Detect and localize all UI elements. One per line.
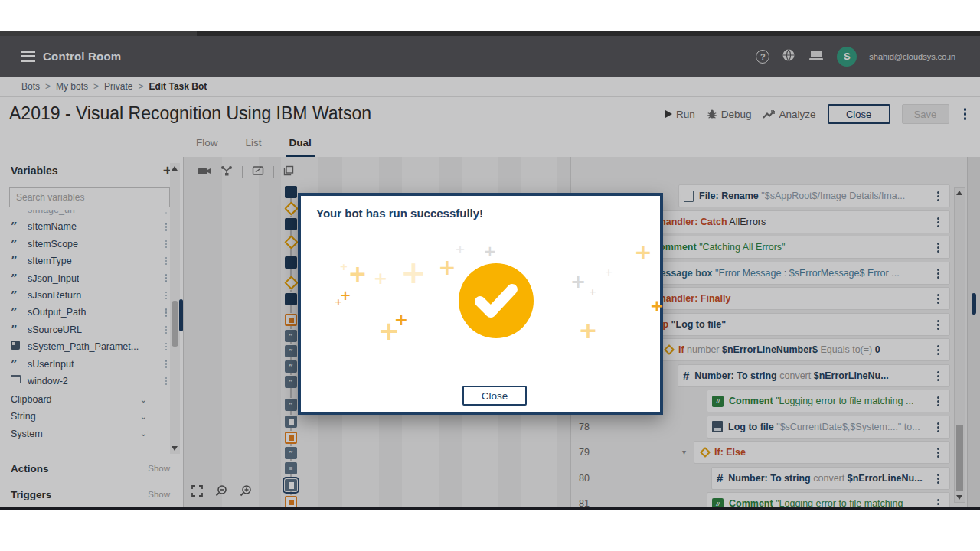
sparkle-plus-icon: + [394, 311, 408, 328]
sparkle-plus-icon: + [400, 257, 426, 288]
sparkle-plus-icon: + [484, 243, 497, 259]
app-window: Control Room ? S shahid@cloudsys.co.in B… [0, 31, 980, 510]
sparkle-plus-icon: + [335, 297, 343, 307]
sparkle-plus-icon: + [570, 272, 586, 291]
sparkle-plus-icon: + [438, 257, 456, 279]
sparkle-plus-icon: + [634, 242, 652, 263]
sparkle-plus-icon: + [605, 268, 612, 277]
sparkle-plus-icon: + [374, 270, 387, 287]
sparkle-plus-icon: + [578, 319, 597, 342]
sparkle-plus-icon: + [348, 262, 367, 285]
sparkle-plus-icon: + [650, 298, 664, 315]
sparkle-plus-icon: + [589, 288, 596, 297]
success-dialog: Your bot has run successfully! +++++++++… [298, 193, 663, 415]
success-check-icon [459, 263, 534, 338]
sparkle-plus-icon: + [455, 243, 465, 256]
dialog-close-button[interactable]: Close [462, 386, 527, 406]
sparkle-plus-icon: + [340, 262, 348, 272]
dialog-title: Your bot has run successfully! [316, 207, 483, 220]
